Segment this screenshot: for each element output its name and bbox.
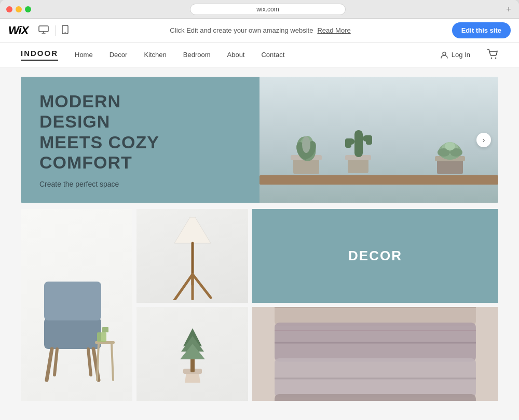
svg-rect-19 bbox=[345, 138, 351, 148]
url-display: wix.com bbox=[190, 4, 346, 15]
mobile-icon[interactable] bbox=[62, 25, 69, 36]
heading-line2: DESIGN bbox=[39, 111, 241, 132]
plant-2 bbox=[340, 124, 376, 176]
nav-item-home[interactable]: Home bbox=[75, 51, 93, 59]
heading-line1: MODERN bbox=[39, 91, 241, 111]
url-text: wix.com bbox=[256, 6, 279, 13]
new-tab-button[interactable]: + bbox=[504, 5, 513, 13]
promo-text: Click Edit and create your own amazing w… bbox=[170, 26, 313, 34]
wix-logo: WiX bbox=[8, 24, 28, 37]
grid-cell-tree[interactable] bbox=[136, 307, 248, 401]
plants-visual bbox=[260, 77, 498, 203]
divider bbox=[55, 25, 56, 36]
login-label: Log In bbox=[452, 51, 470, 59]
nav-item-decor[interactable]: Decor bbox=[110, 51, 128, 59]
chair-illustration bbox=[34, 271, 117, 385]
svg-point-3 bbox=[443, 52, 446, 55]
svg-rect-55 bbox=[275, 394, 476, 401]
svg-rect-0 bbox=[39, 26, 48, 32]
grid-cell-decor[interactable]: DECOR bbox=[252, 209, 498, 303]
grid-cell-chair[interactable] bbox=[21, 209, 132, 401]
site-navigation: INDOOR Home Decor Kitchen Bedroom About … bbox=[0, 43, 519, 67]
browser-titlebar: wix.com + bbox=[0, 0, 519, 19]
grid-cell-lamp[interactable] bbox=[136, 209, 248, 303]
desktop-icon[interactable] bbox=[38, 25, 49, 36]
svg-line-41 bbox=[193, 274, 211, 298]
svg-line-40 bbox=[174, 274, 193, 300]
hero-section: MODERN DESIGN MEETS COZY COMFORT Create … bbox=[21, 77, 498, 203]
shelf bbox=[260, 175, 498, 185]
svg-rect-38 bbox=[102, 327, 108, 332]
svg-line-36 bbox=[112, 344, 113, 380]
hero-left: MODERN DESIGN MEETS COZY COMFORT Create … bbox=[21, 77, 260, 203]
edit-site-button[interactable]: Edit this site bbox=[452, 22, 511, 38]
svg-line-30 bbox=[47, 349, 52, 380]
svg-line-33 bbox=[88, 349, 91, 375]
close-button[interactable] bbox=[6, 6, 12, 12]
grid-middle bbox=[136, 209, 248, 401]
traffic-lights bbox=[6, 6, 31, 12]
svg-point-4 bbox=[491, 57, 493, 59]
svg-rect-16 bbox=[354, 130, 363, 157]
hero-subtext: Create the perfect space bbox=[39, 180, 241, 188]
nav-item-kitchen[interactable]: Kitchen bbox=[144, 51, 166, 59]
svg-text:0: 0 bbox=[497, 49, 498, 53]
maximize-button[interactable] bbox=[25, 6, 31, 12]
svg-rect-20 bbox=[366, 135, 372, 145]
heading-line4: COMFORT bbox=[39, 152, 241, 173]
read-more-link[interactable]: Read More bbox=[317, 26, 350, 34]
login-button[interactable]: Log In bbox=[440, 51, 470, 59]
grid-right: DECOR bbox=[252, 209, 498, 401]
heading-line3: MEETS COZY bbox=[39, 132, 241, 152]
cart-button[interactable]: 0 bbox=[487, 49, 498, 61]
user-icon bbox=[440, 51, 448, 59]
product-grid: DECOR bbox=[21, 209, 498, 401]
device-icons bbox=[38, 25, 69, 36]
svg-point-2 bbox=[65, 32, 66, 33]
promo-bar: Click Edit and create your own amazing w… bbox=[75, 26, 445, 34]
wix-topbar: WiX Click Edit and create your own amazi… bbox=[0, 19, 519, 43]
minimize-button[interactable] bbox=[16, 6, 22, 12]
lamp-illustration bbox=[161, 212, 224, 300]
nav-item-bedroom[interactable]: Bedroom bbox=[183, 51, 211, 59]
address-bar[interactable]: wix.com bbox=[56, 4, 480, 15]
tree-illustration bbox=[172, 323, 213, 385]
hero-next-arrow[interactable]: › bbox=[476, 133, 491, 147]
plant-3 bbox=[431, 137, 470, 176]
plant-1 bbox=[283, 129, 330, 176]
svg-point-13 bbox=[302, 136, 310, 153]
grid-cell-blankets[interactable] bbox=[252, 307, 498, 401]
svg-point-5 bbox=[495, 57, 497, 59]
svg-rect-28 bbox=[44, 318, 101, 349]
nav-item-about[interactable]: About bbox=[227, 51, 245, 59]
nav-item-contact[interactable]: Contact bbox=[261, 51, 284, 59]
blankets-illustration bbox=[252, 307, 498, 401]
svg-point-27 bbox=[445, 142, 455, 150]
site-brand[interactable]: INDOOR bbox=[21, 49, 58, 61]
browser-window: wix.com + WiX Click bbox=[0, 0, 519, 420]
site-content: MODERN DESIGN MEETS COZY COMFORT Create … bbox=[0, 67, 519, 420]
svg-rect-29 bbox=[44, 282, 101, 320]
hero-right: › bbox=[260, 77, 498, 203]
hero-heading: MODERN DESIGN MEETS COZY COMFORT bbox=[39, 91, 241, 172]
svg-rect-37 bbox=[97, 332, 106, 342]
svg-line-32 bbox=[54, 349, 57, 375]
decor-label: DECOR bbox=[348, 248, 402, 264]
